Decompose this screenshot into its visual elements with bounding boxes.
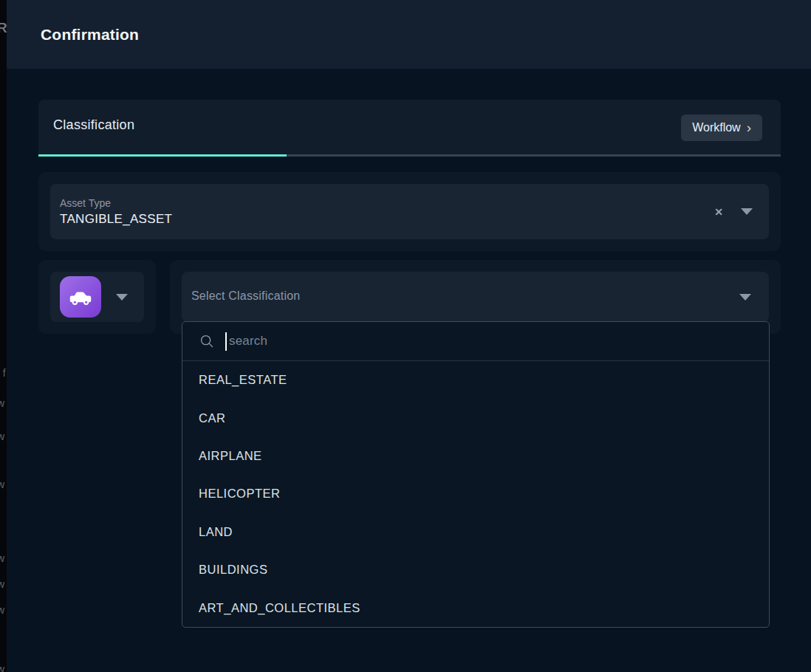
classification-option[interactable]: BUILDINGS (182, 551, 769, 589)
dropdown-arrow-icon[interactable] (116, 294, 128, 301)
classification-dropdown-panel: search REAL_ESTATE CAR AIRPLANE HELICOPT… (182, 321, 770, 628)
background-text-fragment: w (0, 578, 4, 590)
background-text-fragment: w (0, 663, 4, 672)
tab-underline-track (38, 154, 781, 157)
classification-option[interactable]: LAND (182, 513, 769, 551)
dropdown-arrow-icon[interactable] (739, 294, 751, 301)
search-input[interactable]: search (229, 334, 267, 349)
background-text-fragment: w (0, 604, 4, 616)
text-cursor (225, 332, 227, 351)
classification-select-placeholder: Select Classification (191, 289, 300, 303)
classification-select[interactable]: Select Classification (182, 272, 769, 322)
asset-type-field[interactable]: Asset Type TANGIBLE_ASSET ✕ (50, 184, 769, 239)
screen: Rt fwwwwwww Confirmation Classification … (0, 0, 811, 672)
clear-icon[interactable]: ✕ (714, 206, 723, 218)
classification-option[interactable]: AIRPLANE (182, 437, 769, 475)
classification-option-list: REAL_ESTATE CAR AIRPLANE HELICOPTER LAND… (182, 361, 769, 627)
classification-option[interactable]: ART_AND_COLLECTIBLES (182, 589, 769, 627)
workflow-button[interactable]: Workflow › (681, 114, 762, 141)
background-text-fragment: w (0, 431, 4, 442)
dropdown-arrow-icon[interactable] (741, 208, 753, 215)
asset-icon-card (38, 260, 156, 334)
modal-header: Confirmation (7, 0, 811, 69)
background-page-strip: Rt fwwwwwww (0, 0, 7, 672)
car-icon[interactable] (60, 276, 101, 318)
tab-underline-active (38, 154, 287, 157)
tab-classification[interactable]: Classification (53, 117, 134, 133)
asset-type-value: TANGIBLE_ASSET (60, 212, 769, 227)
background-text-fragment: w (0, 479, 4, 490)
classification-option[interactable]: HELICOPTER (182, 475, 769, 512)
background-text-fragment: R (0, 20, 7, 36)
tab-bar: Classification Workflow › (38, 100, 781, 157)
asset-type-field-icons: ✕ (714, 184, 753, 239)
search-icon (199, 333, 215, 349)
asset-icon-selector[interactable] (50, 272, 144, 322)
workflow-button-label: Workflow (692, 121, 741, 134)
asset-type-card: Asset Type TANGIBLE_ASSET ✕ (38, 172, 781, 251)
modal-title: Confirmation (41, 26, 139, 44)
confirmation-modal: Confirmation Classification Workflow › A… (7, 0, 811, 672)
background-text-fragment: w (0, 552, 4, 564)
classification-option[interactable]: REAL_ESTATE (182, 361, 769, 399)
classification-option[interactable]: CAR (182, 399, 769, 436)
dropdown-search-row[interactable]: search (182, 322, 769, 361)
background-text-fragment: t f (0, 367, 6, 379)
background-text-fragment: w (0, 397, 4, 409)
asset-type-label: Asset Type (60, 197, 769, 209)
chevron-right-icon: › (747, 120, 751, 134)
